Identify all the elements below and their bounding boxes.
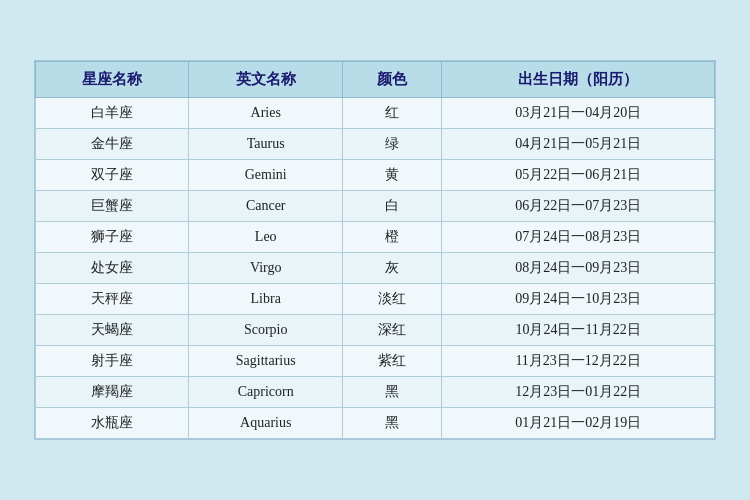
table-cell-7-2: 深红 [342,315,441,346]
table-cell-3-3: 06月22日一07月23日 [442,191,715,222]
table-cell-2-0: 双子座 [36,160,189,191]
table-row: 水瓶座Aquarius黑01月21日一02月19日 [36,408,715,439]
table-row: 天蝎座Scorpio深红10月24日一11月22日 [36,315,715,346]
table-row: 射手座Sagittarius紫红11月23日一12月22日 [36,346,715,377]
table-row: 巨蟹座Cancer白06月22日一07月23日 [36,191,715,222]
table-cell-6-2: 淡红 [342,284,441,315]
table-row: 天秤座Libra淡红09月24日一10月23日 [36,284,715,315]
table-cell-1-0: 金牛座 [36,129,189,160]
table-cell-10-1: Aquarius [189,408,342,439]
table-cell-9-2: 黑 [342,377,441,408]
table-cell-8-3: 11月23日一12月22日 [442,346,715,377]
table-cell-6-1: Libra [189,284,342,315]
table-cell-8-2: 紫红 [342,346,441,377]
table-cell-9-0: 摩羯座 [36,377,189,408]
table-header-cell: 英文名称 [189,62,342,98]
table-cell-7-1: Scorpio [189,315,342,346]
table-cell-4-2: 橙 [342,222,441,253]
table-cell-8-1: Sagittarius [189,346,342,377]
table-cell-1-2: 绿 [342,129,441,160]
table-header-cell: 出生日期（阳历） [442,62,715,98]
table-cell-10-0: 水瓶座 [36,408,189,439]
table-cell-8-0: 射手座 [36,346,189,377]
table-cell-3-1: Cancer [189,191,342,222]
table-cell-2-3: 05月22日一06月21日 [442,160,715,191]
table-cell-0-2: 红 [342,98,441,129]
table-cell-0-1: Aries [189,98,342,129]
table-cell-10-3: 01月21日一02月19日 [442,408,715,439]
table-cell-9-1: Capricorn [189,377,342,408]
table-row: 白羊座Aries红03月21日一04月20日 [36,98,715,129]
table-cell-4-1: Leo [189,222,342,253]
table-cell-3-0: 巨蟹座 [36,191,189,222]
table-cell-0-3: 03月21日一04月20日 [442,98,715,129]
zodiac-table-container: 星座名称英文名称颜色出生日期（阳历） 白羊座Aries红03月21日一04月20… [34,60,716,440]
table-cell-0-0: 白羊座 [36,98,189,129]
table-cell-4-0: 狮子座 [36,222,189,253]
table-cell-2-1: Gemini [189,160,342,191]
table-cell-1-3: 04月21日一05月21日 [442,129,715,160]
table-cell-7-3: 10月24日一11月22日 [442,315,715,346]
table-cell-6-3: 09月24日一10月23日 [442,284,715,315]
table-row: 金牛座Taurus绿04月21日一05月21日 [36,129,715,160]
table-cell-2-2: 黄 [342,160,441,191]
zodiac-table: 星座名称英文名称颜色出生日期（阳历） 白羊座Aries红03月21日一04月20… [35,61,715,439]
table-header-cell: 星座名称 [36,62,189,98]
table-cell-7-0: 天蝎座 [36,315,189,346]
table-row: 摩羯座Capricorn黑12月23日一01月22日 [36,377,715,408]
table-cell-5-1: Virgo [189,253,342,284]
table-header-cell: 颜色 [342,62,441,98]
table-cell-6-0: 天秤座 [36,284,189,315]
table-cell-3-2: 白 [342,191,441,222]
table-row: 双子座Gemini黄05月22日一06月21日 [36,160,715,191]
table-cell-5-0: 处女座 [36,253,189,284]
table-cell-5-3: 08月24日一09月23日 [442,253,715,284]
table-row: 狮子座Leo橙07月24日一08月23日 [36,222,715,253]
table-cell-9-3: 12月23日一01月22日 [442,377,715,408]
table-cell-10-2: 黑 [342,408,441,439]
table-row: 处女座Virgo灰08月24日一09月23日 [36,253,715,284]
table-cell-5-2: 灰 [342,253,441,284]
table-header-row: 星座名称英文名称颜色出生日期（阳历） [36,62,715,98]
table-cell-4-3: 07月24日一08月23日 [442,222,715,253]
table-cell-1-1: Taurus [189,129,342,160]
